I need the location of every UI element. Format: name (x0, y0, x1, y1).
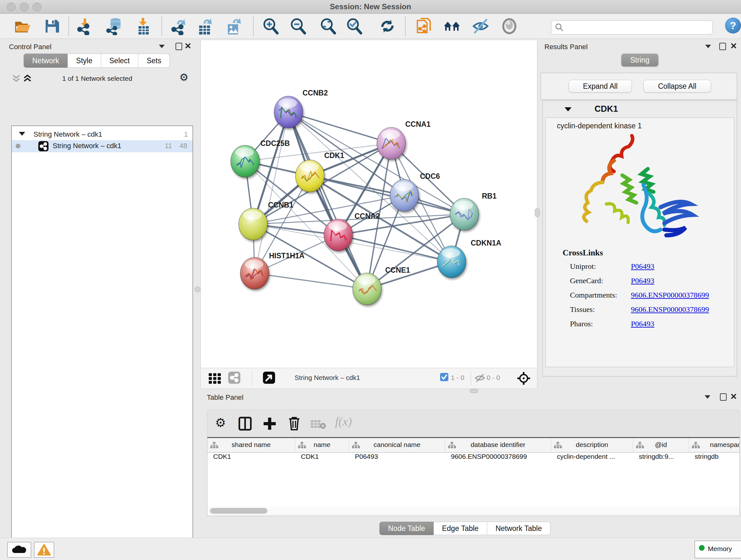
home-networks-icon[interactable] (443, 17, 461, 35)
tab-string[interactable]: String (621, 54, 658, 66)
column-header[interactable]: description (551, 438, 633, 453)
node-ccna2[interactable] (324, 219, 353, 251)
share-view-icon[interactable] (228, 372, 240, 384)
import-network-database-icon[interactable] (106, 17, 124, 35)
edge[interactable] (288, 112, 391, 143)
refresh-icon[interactable] (379, 17, 396, 35)
column-header[interactable]: @id (633, 438, 689, 453)
node-cdc25b[interactable] (231, 145, 259, 177)
save-session-icon[interactable] (43, 17, 61, 35)
table-cell[interactable]: stringdb:9... (633, 453, 689, 463)
panel-float-icon[interactable] (720, 393, 727, 401)
network-canvas[interactable]: CCNB2CCNA1CDC25BCDK1CDC6RB1CCNB1CCNA2CDK… (200, 40, 537, 368)
crosslink-value-link[interactable]: P06493 (631, 276, 654, 285)
tab-style[interactable]: Style (68, 54, 101, 68)
node-ccne1[interactable] (353, 273, 381, 305)
column-header[interactable]: shared name (207, 438, 295, 453)
table-h-scrollbar[interactable] (207, 506, 740, 516)
panel-close-icon[interactable]: ✕ (730, 43, 737, 49)
collapse-all-networks-icon[interactable] (12, 74, 21, 84)
fit-crosshair-icon[interactable] (517, 371, 531, 385)
section-expander-icon[interactable] (564, 107, 571, 111)
table-cell[interactable]: stringdb (689, 453, 740, 463)
detach-view-icon[interactable] (263, 372, 275, 384)
node-cdc6[interactable] (390, 179, 419, 211)
collapse-all-button[interactable]: Collapse All (643, 80, 711, 92)
crosslink-value-link[interactable]: 9606.ENSP00000378699 (631, 305, 709, 314)
zoom-selected-icon[interactable] (345, 17, 363, 35)
node-cdkn1a[interactable] (437, 246, 466, 278)
network-collection-row[interactable]: String Network – cdk1 1 (12, 129, 192, 141)
tab-network[interactable]: Network (23, 54, 68, 68)
node-table[interactable]: shared namenamecanonical namedatabase id… (207, 437, 740, 516)
expand-all-button[interactable]: Expand All (569, 80, 632, 92)
memory-button[interactable]: Memory (694, 541, 741, 558)
warning-button[interactable] (34, 542, 54, 558)
network-row-selected[interactable]: String Network – cdk1 11 48 (12, 140, 192, 152)
node-cdk1[interactable] (295, 160, 324, 192)
delete-column-icon[interactable] (287, 416, 301, 431)
open-folder-icon[interactable] (14, 17, 31, 35)
birdseye-orb-icon[interactable] (500, 17, 518, 35)
right-splitter-handle[interactable] (535, 208, 540, 217)
node-ccnb2[interactable] (274, 96, 303, 128)
zoom-fit-icon[interactable] (319, 17, 337, 35)
export-image-icon[interactable] (225, 17, 243, 35)
network-options-gear-icon[interactable]: ⚙ (179, 72, 189, 82)
export-table-icon[interactable] (196, 17, 214, 35)
panel-close-icon[interactable]: ✕ (185, 43, 192, 49)
column-header[interactable]: canonical name (349, 438, 445, 453)
tree-expander-icon[interactable] (19, 132, 25, 136)
table-cell[interactable]: CDK1 (295, 453, 349, 463)
help-button[interactable]: ? (725, 17, 741, 34)
column-header[interactable]: database identifier (445, 438, 551, 453)
panel-float-icon[interactable] (176, 43, 182, 50)
table-cell[interactable]: CDK1 (207, 453, 295, 463)
node-rb1[interactable] (450, 198, 479, 230)
crosslink-value-link[interactable]: P06493 (631, 262, 654, 271)
panel-collapse-icon[interactable] (705, 45, 711, 48)
crosslink-value-link[interactable]: 9606.ENSP00000378699 (631, 291, 709, 300)
add-column-icon[interactable] (262, 416, 277, 431)
panel-collapse-icon[interactable] (704, 395, 711, 399)
expand-all-networks-icon[interactable] (23, 74, 32, 84)
tab-sets[interactable]: Sets (138, 54, 170, 68)
left-splitter-handle[interactable] (195, 287, 200, 292)
panel-float-icon[interactable] (719, 43, 726, 50)
document-share-icon[interactable] (415, 17, 433, 35)
search-field[interactable] (551, 20, 713, 35)
table-cell[interactable]: cyclin-dependent ... (551, 453, 633, 463)
column-header[interactable]: namespace (689, 438, 740, 453)
table-cell[interactable]: P06493 (349, 453, 445, 463)
cloud-button[interactable] (7, 542, 31, 558)
tab-network-table[interactable]: Network Table (487, 522, 550, 535)
show-columns-icon[interactable] (238, 416, 253, 431)
tab-select[interactable]: Select (101, 54, 138, 68)
tab-node-table[interactable]: Node Table (380, 522, 434, 535)
export-network-icon[interactable] (170, 17, 188, 35)
tab-edge-table[interactable]: Edge Table (434, 522, 487, 535)
column-header[interactable]: name (295, 438, 349, 453)
edge[interactable] (338, 235, 452, 262)
grid-view-icon[interactable] (209, 373, 222, 385)
crosslink-row: Tissues:9606.ENSP00000378699 (570, 305, 730, 320)
import-table-file-icon[interactable] (134, 17, 152, 35)
zoom-in-icon[interactable] (262, 17, 280, 35)
edge[interactable] (255, 112, 288, 273)
scrollbar-thumb[interactable] (210, 508, 267, 514)
edge[interactable] (288, 112, 367, 289)
zoom-out-icon[interactable] (289, 17, 307, 35)
table-cell[interactable]: 9606.ENSP00000378699 (445, 453, 551, 463)
node-hist1h1a[interactable] (240, 257, 269, 289)
table-options-gear-icon[interactable]: ⚙ (215, 418, 226, 428)
edge[interactable] (255, 273, 367, 289)
node-ccna1[interactable] (377, 127, 406, 159)
selected-checkbox-icon[interactable] (440, 373, 448, 381)
search-input[interactable] (565, 21, 711, 33)
panel-close-icon[interactable]: ✕ (730, 393, 737, 400)
import-network-file-icon[interactable] (76, 17, 94, 35)
hide-show-icon[interactable] (472, 17, 489, 35)
crosslink-value-link[interactable]: P06493 (631, 320, 654, 328)
panel-collapse-icon[interactable] (159, 45, 165, 48)
node-ccnb1[interactable] (239, 208, 267, 240)
